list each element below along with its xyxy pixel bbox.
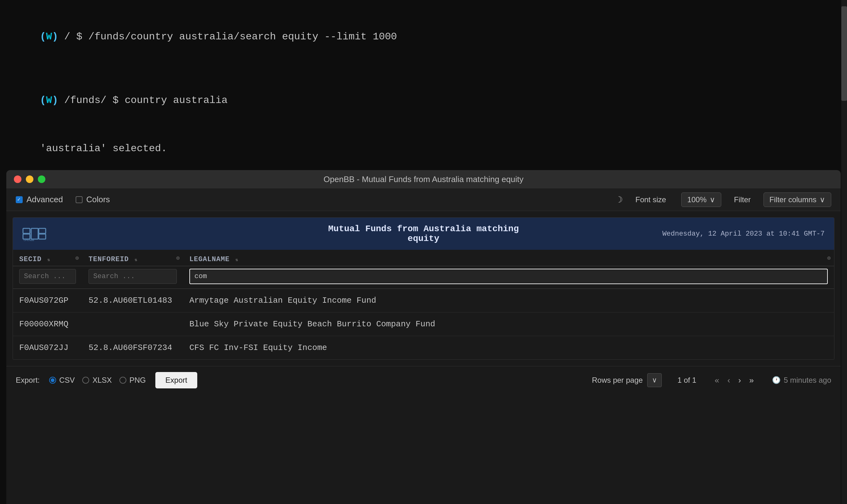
svg-rect-0 <box>23 228 30 233</box>
minimize-button[interactable] <box>26 176 33 183</box>
search-cell-secid <box>13 266 82 289</box>
scrollbar-thumb[interactable] <box>841 6 847 101</box>
colors-toggle[interactable]: Colors <box>76 195 110 204</box>
clock-icon: 🕐 <box>772 376 780 384</box>
terminal-line-3: 'australia' selected. <box>16 124 831 173</box>
advanced-label: Advanced <box>27 195 63 204</box>
next-page-button[interactable]: › <box>736 374 744 386</box>
radio-csv-label: CSV <box>59 376 75 384</box>
prompt-bracket: ( <box>40 31 46 42</box>
page-navigation: « ‹ › » <box>712 374 756 386</box>
scrollbar[interactable] <box>841 0 847 504</box>
chevron-down-icon-2: ∨ <box>819 195 825 204</box>
window: OpenBB - Mutual Funds from Australia mat… <box>6 170 841 504</box>
time-ago-text: 5 minutes ago <box>784 376 831 384</box>
search-row <box>13 266 834 289</box>
sort-icon-legalname[interactable]: ⇅ <box>235 257 238 263</box>
search-input-tenforeid[interactable] <box>89 269 177 284</box>
prev-page-button[interactable]: ‹ <box>725 374 733 386</box>
table-banner: OPENBB Mutual Funds from Australia match… <box>13 218 834 250</box>
cell-secid-1: F0AUS072GP <box>13 289 82 312</box>
table-title: Mutual Funds from Australia matchingequi… <box>328 224 519 244</box>
page-info: 1 of 1 <box>677 376 696 384</box>
filter-label: Filter <box>734 195 751 204</box>
advanced-checkbox[interactable] <box>16 196 23 203</box>
terminal-area: (W) / $ /funds/country australia/search … <box>0 0 847 183</box>
font-size-value: 100% <box>687 195 706 204</box>
terminal-spacer-1 <box>16 61 831 76</box>
svg-rect-1 <box>23 234 30 239</box>
expand-icon-secid[interactable]: ⊕ <box>75 254 79 262</box>
export-button[interactable]: Export <box>155 372 197 389</box>
svg-rect-4 <box>39 234 46 239</box>
filter-columns-dropdown[interactable]: Filter columns ∨ <box>763 193 831 207</box>
radio-png[interactable] <box>120 377 126 384</box>
maximize-button[interactable] <box>38 176 46 183</box>
cell-secid-2: F00000XRMQ <box>13 312 82 336</box>
data-table: SECID ⇅ ⊕ TENFOREID ⇅ ⊕ LEGALNAME ⇅ ⊕ <box>13 250 834 359</box>
search-input-legalname[interactable] <box>189 269 828 284</box>
rows-per-page-group: Rows per page ∨ <box>592 373 661 387</box>
export-png[interactable]: PNG <box>120 376 146 384</box>
table-row: F0AUS072GP 52.8.AU60ETL01483 Armytage Au… <box>13 289 834 312</box>
sort-icon-tenforeid[interactable]: ⇅ <box>135 257 137 263</box>
search-cell-tenforeid <box>82 266 183 289</box>
cell-legalname-1: Armytage Australian Equity Income Fund <box>183 289 834 312</box>
cell-legalname-2: Blue Sky Private Equity Beach Burrito Co… <box>183 312 834 336</box>
sort-icon-secid[interactable]: ⇅ <box>47 257 50 263</box>
advanced-toggle[interactable]: Advanced <box>16 195 63 204</box>
font-size-label: Font size <box>636 195 666 204</box>
cell-secid-3: F0AUS072JJ <box>13 336 82 360</box>
close-button[interactable] <box>14 176 21 183</box>
cell-tenforeid-3: 52.8.AU60FSF07234 <box>82 336 183 360</box>
rows-per-page-dropdown[interactable]: ∨ <box>647 373 662 387</box>
theme-icon[interactable]: ☽ <box>618 194 623 205</box>
svg-rect-3 <box>39 228 46 233</box>
column-header-row: SECID ⇅ ⊕ TENFOREID ⇅ ⊕ LEGALNAME ⇅ ⊕ <box>13 250 834 266</box>
table-body: F0AUS072GP 52.8.AU60ETL01483 Armytage Au… <box>13 289 834 360</box>
table-title-text: Mutual Funds from Australia matchingequi… <box>328 224 519 244</box>
time-ago: 🕐 5 minutes ago <box>772 376 831 384</box>
radio-xlsx[interactable] <box>82 377 89 384</box>
colors-label: Colors <box>86 195 110 204</box>
terminal-line-2: (W) /funds/ $ country australia <box>16 76 831 125</box>
chevron-down-icon: ∨ <box>710 195 715 204</box>
export-label: Export: <box>16 376 40 384</box>
search-input-secid[interactable] <box>19 269 76 284</box>
toolbar: Advanced Colors ☽ Font size 100% ∨ Filte… <box>6 188 841 211</box>
titlebar: OpenBB - Mutual Funds from Australia mat… <box>6 170 841 188</box>
rows-per-page-label: Rows per page <box>592 376 642 384</box>
cell-tenforeid-2 <box>82 312 183 336</box>
col-header-legalname: LEGALNAME ⇅ ⊕ <box>183 250 834 266</box>
terminal-line-1: (W) / $ /funds/country australia/search … <box>16 13 831 61</box>
filter-columns-label: Filter columns <box>770 195 816 204</box>
export-xlsx[interactable]: XLSX <box>82 376 111 384</box>
radio-png-label: PNG <box>129 376 146 384</box>
window-controls <box>14 176 46 183</box>
openbb-logo: OPENBB <box>22 226 48 241</box>
export-radio-group: CSV XLSX PNG <box>49 376 146 384</box>
table-row: F0AUS072JJ 52.8.AU60FSF07234 CFS FC Inv-… <box>13 336 834 360</box>
export-csv[interactable]: CSV <box>49 376 75 384</box>
cell-legalname-3: CFS FC Inv-FSI Equity Income <box>183 336 834 360</box>
table-container: OPENBB Mutual Funds from Australia match… <box>13 217 834 360</box>
radio-xlsx-label: XLSX <box>92 376 111 384</box>
expand-icon-tenforeid[interactable]: ⊕ <box>176 254 180 262</box>
table-row: F00000XRMQ Blue Sky Private Equity Beach… <box>13 312 834 336</box>
window-title: OpenBB - Mutual Funds from Australia mat… <box>323 175 524 184</box>
first-page-button[interactable]: « <box>712 374 722 386</box>
col-header-secid: SECID ⇅ ⊕ <box>13 250 82 266</box>
col-header-tenforeid: TENFOREID ⇅ ⊕ <box>82 250 183 266</box>
radio-csv[interactable] <box>49 377 56 384</box>
cell-tenforeid-1: 52.8.AU60ETL01483 <box>82 289 183 312</box>
last-page-button[interactable]: » <box>747 374 756 386</box>
svg-rect-2 <box>31 228 38 239</box>
footer: Export: CSV XLSX PNG Export Rows per pag… <box>6 366 841 394</box>
expand-icon-legalname[interactable]: ⊕ <box>827 254 831 262</box>
font-size-dropdown[interactable]: 100% ∨ <box>681 193 721 207</box>
svg-text:OPENBB: OPENBB <box>24 239 34 241</box>
table-date: Wednesday, 12 April 2023 at 10:41 GMT-7 <box>663 230 825 238</box>
search-cell-legalname <box>183 266 834 289</box>
colors-checkbox[interactable] <box>76 196 83 203</box>
